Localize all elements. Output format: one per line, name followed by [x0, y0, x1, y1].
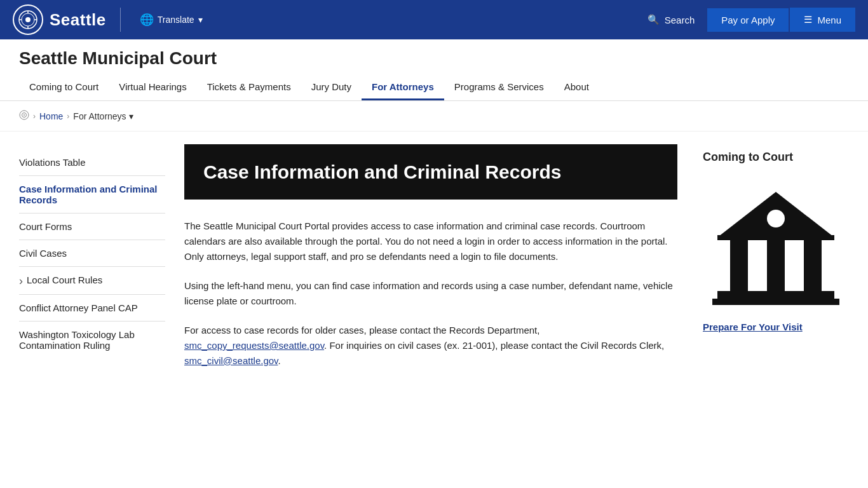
top-bar-right: 🔍 Search Pay or Apply ☰ Menu: [635, 8, 855, 32]
content-paragraph-2: Using the left-hand menu, you can find c…: [184, 278, 677, 309]
email-link-2[interactable]: smc_civil@seattle.gov: [184, 355, 278, 366]
translate-label: Translate: [158, 15, 194, 25]
site-header: Seattle Municipal Court Coming to Court …: [0, 39, 868, 101]
content-body: The Seattle Municipal Court Portal provi…: [184, 219, 677, 369]
svg-rect-14: [767, 240, 785, 291]
page-heading: Case Information and Criminal Records: [203, 159, 658, 184]
svg-rect-17: [712, 299, 839, 305]
svg-point-11: [767, 210, 785, 227]
court-illustration: [703, 173, 849, 313]
nav-link-virtual-hearings[interactable]: Virtual Hearings: [109, 75, 196, 98]
sidebar-link-civil-cases[interactable]: Civil Cases: [19, 248, 67, 259]
header-divider: [120, 8, 121, 32]
breadcrumb-chevron-1: ›: [33, 112, 36, 121]
nav-link-jury-duty[interactable]: Jury Duty: [301, 75, 362, 98]
nav-link-programs-services[interactable]: Programs & Services: [444, 75, 554, 98]
breadcrumb: › Home › For Attorneys ▾: [0, 101, 868, 132]
content-paragraph-3: For access to case records for older cas…: [184, 323, 677, 369]
right-sidebar-title: Coming to Court: [703, 151, 849, 164]
sidebar-link-case-information[interactable]: Case Information and Criminal Records: [19, 184, 165, 205]
menu-button[interactable]: ☰ Menu: [790, 8, 855, 32]
sidebar-item-case-information[interactable]: Case Information and Criminal Records: [19, 177, 165, 212]
sidebar-link-court-forms[interactable]: Court Forms: [19, 221, 72, 232]
top-bar: Seattle 🌐 Translate ▾ 🔍 Search Pay or Ap…: [0, 0, 868, 39]
sidebar-item-washington-toxicology[interactable]: Washington Toxicology Lab Contamination …: [19, 323, 165, 357]
nav-link-for-attorneys[interactable]: For Attorneys: [362, 75, 444, 100]
search-button[interactable]: 🔍 Search: [635, 9, 708, 30]
court-building-svg: [706, 173, 846, 313]
sidebar-link-washington-toxicology[interactable]: Washington Toxicology Lab Contamination …: [19, 329, 165, 351]
sidebar-item-court-forms[interactable]: Court Forms: [19, 215, 165, 238]
page-layout: Violations Table Case Information and Cr…: [0, 132, 868, 395]
nav-item-about[interactable]: About: [554, 75, 599, 100]
translate-icon: 🌐: [140, 13, 154, 27]
prepare-visit-link[interactable]: Prepare For Your Visit: [703, 322, 803, 332]
svg-rect-16: [717, 291, 834, 299]
seattle-city-name: Seattle: [50, 10, 106, 30]
breadcrumb-section-label: For Attorneys: [73, 111, 126, 121]
svg-rect-15: [804, 240, 822, 291]
nav-item-coming-to-court[interactable]: Coming to Court: [19, 75, 109, 100]
right-sidebar: Coming to Court Prepare For Your Visit: [703, 144, 849, 383]
page-heading-box: Case Information and Criminal Records: [184, 144, 677, 200]
nav-item-virtual-hearings[interactable]: Virtual Hearings: [109, 75, 196, 100]
pay-button[interactable]: Pay or Apply: [707, 8, 789, 32]
email-link-1[interactable]: smc_copy_requests@seattle.gov: [184, 340, 324, 351]
seattle-logo-link[interactable]: Seattle: [13, 4, 106, 35]
sidebar-item-local-court-rules[interactable]: Local Court Rules: [19, 268, 165, 293]
svg-rect-13: [730, 240, 748, 291]
translate-chevron-icon: ▾: [198, 15, 203, 25]
translate-button[interactable]: 🌐 Translate ▾: [135, 10, 208, 29]
sidebar-divider-1: [19, 175, 165, 176]
pay-label: Pay or Apply: [721, 15, 775, 25]
sidebar-item-conflict-attorney[interactable]: Conflict Attorney Panel CAP: [19, 296, 165, 320]
top-bar-left: Seattle 🌐 Translate ▾: [13, 4, 208, 35]
seattle-logo-icon: [13, 4, 43, 35]
sidebar-link-local-court-rules[interactable]: Local Court Rules: [27, 274, 102, 285]
sidebar-divider-2: [19, 213, 165, 214]
breadcrumb-current: For Attorneys ▾: [73, 111, 133, 121]
content-paragraph-1: The Seattle Municipal Court Portal provi…: [184, 219, 677, 264]
seattle-seal-svg: [18, 10, 38, 30]
nav-item-for-attorneys[interactable]: For Attorneys: [362, 75, 444, 100]
site-title: Seattle Municipal Court: [19, 48, 849, 69]
menu-icon: ☰: [804, 14, 812, 25]
nav-link-tickets-payments[interactable]: Tickets & Payments: [197, 75, 301, 98]
main-nav: Coming to Court Virtual Hearings Tickets…: [19, 75, 849, 100]
sidebar-link-conflict-attorney[interactable]: Conflict Attorney Panel CAP: [19, 302, 138, 313]
breadcrumb-home-link[interactable]: Home: [39, 111, 63, 121]
left-sidebar: Violations Table Case Information and Cr…: [19, 144, 165, 383]
sidebar-link-violations-table[interactable]: Violations Table: [19, 157, 86, 168]
sidebar-divider-3: [19, 240, 165, 240]
nav-item-jury-duty[interactable]: Jury Duty: [301, 75, 362, 100]
menu-label: Menu: [817, 15, 841, 25]
sidebar-item-violations-table[interactable]: Violations Table: [19, 151, 165, 174]
nav-link-coming-to-court[interactable]: Coming to Court: [19, 75, 109, 98]
svg-rect-12: [717, 235, 834, 240]
sidebar-item-civil-cases[interactable]: Civil Cases: [19, 241, 165, 265]
breadcrumb-chevron-2: ›: [67, 112, 69, 121]
nav-link-about[interactable]: About: [554, 75, 599, 98]
sidebar-divider-4: [19, 266, 165, 267]
breadcrumb-down-icon: ▾: [129, 111, 133, 121]
search-label: Search: [665, 15, 695, 25]
sidebar-divider-6: [19, 321, 165, 322]
breadcrumb-home-icon: [19, 110, 29, 122]
sidebar-divider-5: [19, 294, 165, 295]
svg-point-2: [25, 17, 31, 22]
search-icon: 🔍: [648, 14, 660, 25]
nav-item-programs-services[interactable]: Programs & Services: [444, 75, 554, 100]
nav-item-tickets-payments[interactable]: Tickets & Payments: [197, 75, 301, 100]
main-content: Case Information and Criminal Records Th…: [184, 144, 684, 383]
svg-point-9: [24, 114, 25, 116]
